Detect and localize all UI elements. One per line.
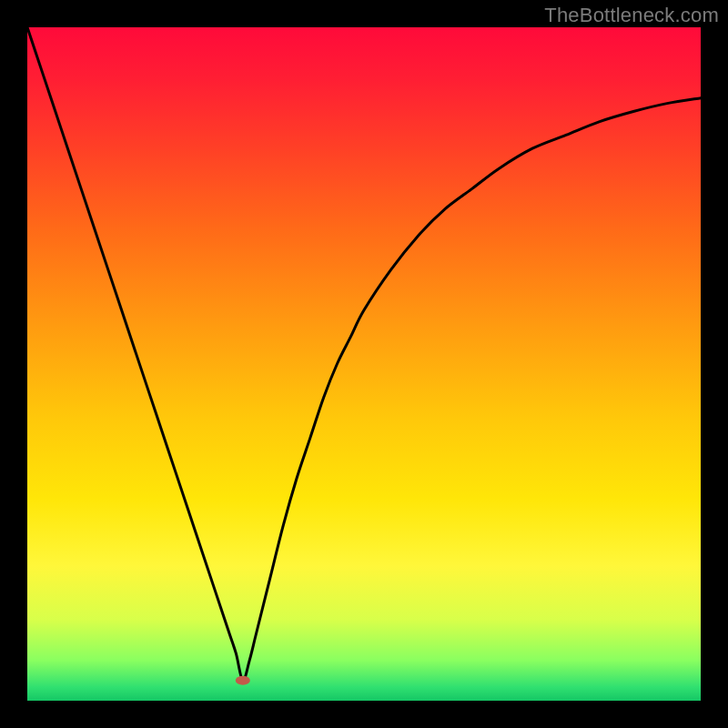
bottleneck-curve [27,27,701,681]
watermark-text: TheBottleneck.com [544,4,719,27]
plot-area [27,27,701,701]
chart-frame: TheBottleneck.com [0,0,728,728]
minimum-marker [236,676,250,685]
curve-svg [27,27,701,701]
